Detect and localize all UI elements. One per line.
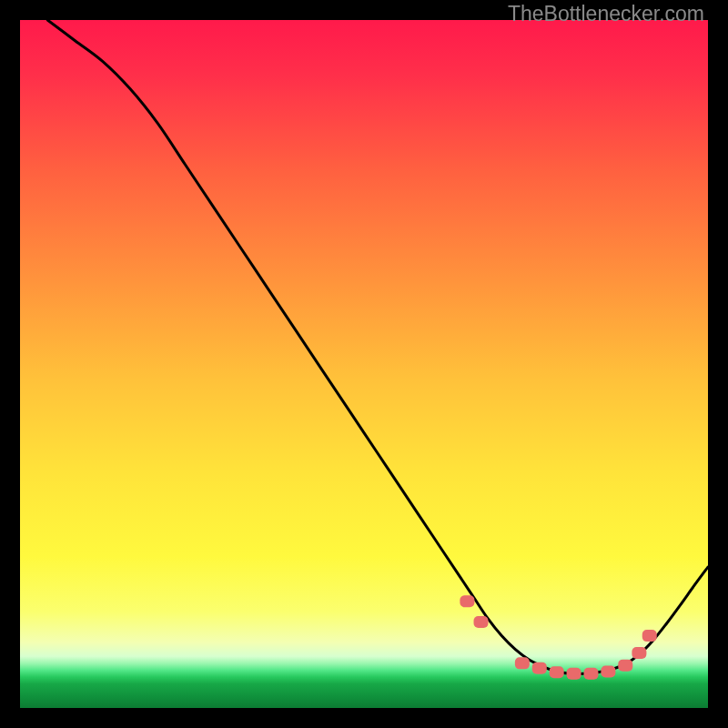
curve-marker — [632, 647, 646, 659]
chart-frame — [20, 20, 708, 708]
curve-marker — [642, 630, 657, 642]
curve-marker — [515, 657, 530, 669]
bottleneck-plot — [20, 20, 708, 708]
curve-marker — [460, 595, 474, 607]
curve-marker — [583, 668, 598, 680]
watermark-text: TheBottlenecker.com — [508, 2, 704, 26]
gradient-bg — [20, 20, 708, 708]
curve-marker — [618, 660, 632, 672]
curve-marker — [550, 666, 564, 678]
curve-marker — [601, 665, 615, 677]
curve-marker — [474, 616, 489, 628]
curve-marker — [567, 668, 581, 680]
curve-marker — [532, 662, 547, 674]
